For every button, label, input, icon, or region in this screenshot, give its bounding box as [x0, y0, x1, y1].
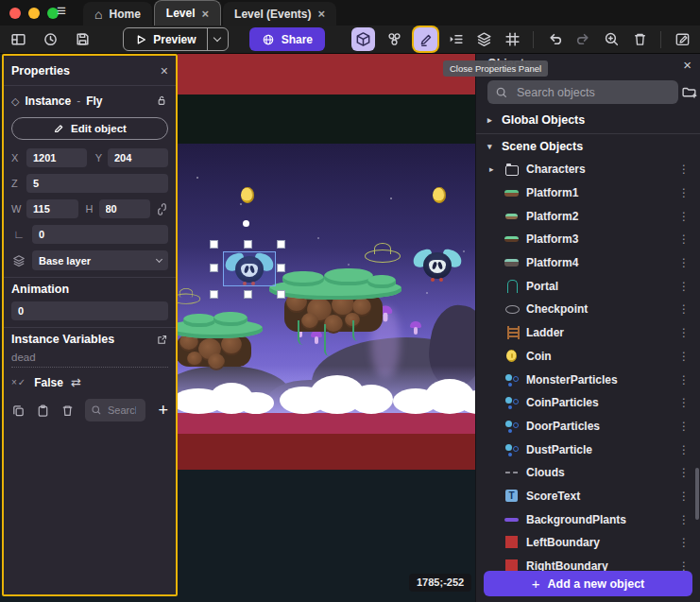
row-menu-icon[interactable]	[674, 350, 694, 363]
row-menu-icon[interactable]	[674, 280, 694, 293]
delete-button[interactable]	[629, 29, 650, 50]
lock-open-icon[interactable]	[155, 94, 168, 110]
object-row[interactable]: Platform2	[476, 204, 700, 228]
z-input[interactable]	[26, 174, 168, 193]
global-objects-section[interactable]: ▸ Global Objects	[476, 109, 700, 131]
x-input[interactable]	[26, 148, 87, 167]
angle-input[interactable]	[32, 225, 168, 244]
trash-icon[interactable]	[60, 404, 75, 418]
rotation-handle[interactable]	[243, 220, 249, 227]
toggle-value-icon[interactable]	[71, 375, 81, 389]
variable-value[interactable]: False	[34, 376, 63, 389]
paste-icon[interactable]	[36, 404, 50, 418]
object-row[interactable]: ▸Characters	[476, 158, 700, 181]
share-button[interactable]: Share	[249, 27, 325, 51]
row-menu-icon[interactable]	[674, 302, 694, 316]
add-new-object-button[interactable]: Add a new object	[484, 571, 692, 596]
object-row[interactable]: CoinParticles	[476, 391, 700, 415]
resize-handle[interactable]	[210, 240, 218, 249]
layers-button[interactable]	[473, 29, 494, 50]
scene-objects-section[interactable]: ▾ Scene Objects	[476, 135, 700, 158]
row-menu-icon[interactable]	[674, 443, 694, 456]
height-input[interactable]	[99, 199, 151, 218]
object-row[interactable]: Checkpoint	[476, 298, 700, 321]
preview-dropdown-icon[interactable]	[207, 28, 228, 50]
resize-handle[interactable]	[277, 240, 285, 249]
layer-select[interactable]: Base layer	[32, 250, 168, 270]
object-row[interactable]: LeftBoundary	[476, 531, 700, 555]
preview-button[interactable]: Preview	[123, 27, 228, 51]
redo-button[interactable]	[572, 29, 593, 50]
y-input[interactable]	[108, 148, 168, 167]
row-menu-icon[interactable]	[674, 210, 694, 223]
row-menu-icon[interactable]	[674, 186, 694, 199]
row-menu-icon[interactable]	[674, 513, 694, 526]
history-icon[interactable]	[40, 29, 60, 50]
object-groups-button[interactable]	[383, 27, 406, 51]
undo-button[interactable]	[544, 29, 565, 50]
coin-sprite[interactable]	[241, 187, 254, 203]
menu-icon[interactable]	[57, 2, 66, 21]
tab-home[interactable]: Home	[83, 2, 152, 26]
resize-handle[interactable]	[210, 264, 218, 272]
fly-sprite[interactable]	[413, 246, 462, 284]
resize-handle[interactable]	[277, 290, 285, 299]
open-variables-icon[interactable]	[156, 334, 168, 346]
object-row[interactable]: BackgroundPlants	[476, 507, 700, 531]
instances-list-button[interactable]	[445, 29, 466, 50]
row-menu-icon[interactable]	[674, 163, 694, 176]
object-row[interactable]: Ladder	[476, 321, 700, 345]
object-row[interactable]: Platform1	[476, 181, 700, 205]
variable-name[interactable]: dead	[11, 352, 168, 368]
close-objects-panel-icon[interactable]	[683, 57, 691, 73]
project-notes-button[interactable]	[672, 29, 692, 50]
expand-arrow-icon[interactable]: ▸	[489, 164, 498, 174]
object-row[interactable]: DustParticle	[476, 438, 700, 461]
width-input[interactable]	[26, 199, 78, 218]
row-menu-icon[interactable]	[674, 256, 694, 269]
3d-view-toggle[interactable]	[351, 27, 375, 51]
objects-search[interactable]	[487, 80, 678, 104]
lock-aspect-ratio-icon[interactable]	[156, 203, 168, 215]
variables-search-input[interactable]	[106, 404, 138, 417]
grid-button[interactable]	[502, 29, 522, 50]
resize-handle[interactable]	[244, 240, 252, 249]
close-window-icon[interactable]	[9, 8, 21, 19]
row-menu-icon[interactable]	[674, 232, 694, 246]
row-menu-icon[interactable]	[674, 490, 694, 503]
edit-object-button[interactable]: Edit object	[11, 117, 168, 140]
object-row[interactable]: DoorParticles	[476, 415, 700, 439]
copy-icon[interactable]	[11, 404, 26, 418]
object-row[interactable]: Platform3	[476, 228, 700, 251]
tab-level[interactable]: Level	[154, 0, 221, 26]
objects-search-input[interactable]	[515, 85, 671, 100]
row-menu-icon[interactable]	[674, 466, 694, 479]
panels-layout-icon[interactable]	[8, 29, 28, 50]
add-variable-icon[interactable]	[158, 401, 168, 421]
floating-island[interactable]	[269, 271, 401, 342]
close-tab-icon[interactable]	[317, 7, 325, 21]
tab-level-events[interactable]: Level (Events)	[223, 2, 336, 26]
object-row[interactable]: Platform4	[476, 251, 700, 275]
object-row[interactable]: Clouds	[476, 461, 700, 485]
coin-sprite[interactable]	[433, 187, 446, 203]
row-menu-icon[interactable]	[674, 420, 694, 433]
object-row[interactable]: MonsterParticles	[476, 368, 700, 391]
minimize-window-icon[interactable]	[28, 8, 40, 19]
row-menu-icon[interactable]	[674, 373, 694, 387]
close-panel-icon[interactable]	[161, 63, 168, 78]
resize-handle[interactable]	[277, 264, 285, 272]
save-icon[interactable]	[72, 29, 93, 50]
properties-panel-toggle[interactable]	[414, 27, 437, 51]
scrollbar-thumb[interactable]	[695, 468, 699, 520]
object-row[interactable]: ScoreText	[476, 485, 700, 508]
zoom-button[interactable]	[601, 29, 622, 50]
resize-handle[interactable]	[244, 290, 252, 299]
add-folder-icon[interactable]	[678, 84, 700, 100]
row-menu-icon[interactable]	[674, 536, 694, 549]
row-menu-icon[interactable]	[674, 326, 694, 339]
resize-handle[interactable]	[210, 290, 218, 299]
variables-search[interactable]	[85, 399, 145, 421]
object-row[interactable]: Coin	[476, 345, 700, 369]
row-menu-icon[interactable]	[674, 396, 694, 409]
